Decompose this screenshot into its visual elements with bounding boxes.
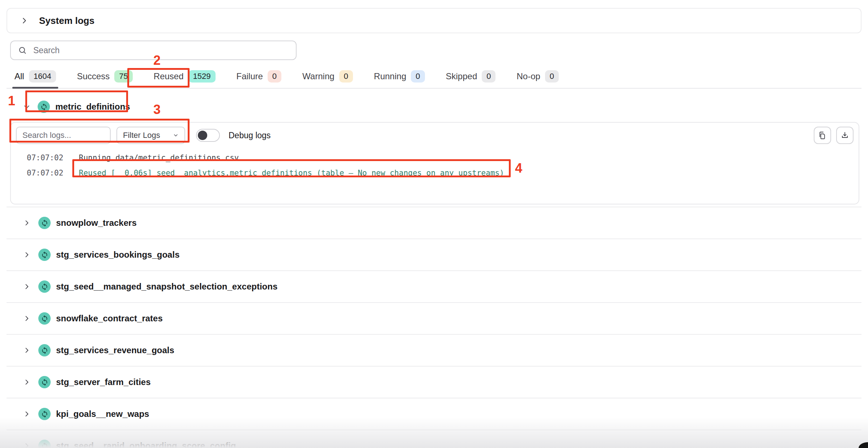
tab-count-badge: 0 — [339, 70, 353, 83]
tab-count-badge: 0 — [268, 70, 281, 83]
status-tabs: All 1604 Success 75 Reused 1529 Failure … — [7, 70, 861, 89]
run-row[interactable]: stg_services_bookings_goals — [7, 238, 861, 270]
debug-logs-toggle[interactable] — [196, 129, 220, 142]
copy-logs-button[interactable] — [814, 127, 831, 144]
runs-list: snowplow_trackers stg_services_bookings_… — [7, 207, 861, 448]
chevron-down-icon[interactable] — [23, 103, 30, 110]
log-timestamp: 07:07:02 — [27, 169, 63, 177]
chevron-right-icon — [23, 283, 30, 290]
chevron-right-icon — [23, 251, 30, 258]
chevron-right-icon — [23, 219, 30, 227]
search-bar[interactable] — [10, 41, 297, 60]
tab-all[interactable]: All 1604 — [14, 70, 56, 88]
reused-status-icon — [38, 408, 51, 420]
run-name: stg_services_revenue_goals — [56, 345, 174, 355]
debug-logs-label: Debug logs — [229, 131, 271, 140]
download-logs-button[interactable] — [836, 127, 854, 144]
run-name: stg_server_farm_cities — [56, 377, 151, 387]
reused-status-icon — [38, 376, 51, 388]
run-name: snowflake_contract_rates — [56, 313, 163, 324]
tab-count-badge: 1529 — [188, 70, 216, 83]
run-row[interactable]: kpi_goals__new_waps — [7, 398, 861, 430]
filter-logs-dropdown[interactable]: Filter Logs — [116, 127, 185, 144]
download-icon — [841, 131, 849, 140]
reused-status-icon — [38, 280, 51, 293]
run-row[interactable]: stg_seed__rapid_onboarding_score_config — [7, 430, 861, 448]
system-logs-header[interactable]: System logs — [7, 8, 861, 33]
run-row[interactable]: snowplow_trackers — [7, 207, 861, 238]
run-name: stg_seed__rapid_onboarding_score_config — [56, 441, 236, 448]
search-input[interactable] — [33, 45, 289, 56]
log-message: Reused [ 0.06s] seed analytics.metric_de… — [79, 169, 504, 177]
copy-icon — [818, 131, 827, 140]
tab-skipped[interactable]: Skipped 0 — [446, 70, 496, 88]
reused-status-icon — [38, 440, 51, 448]
run-row[interactable]: snowflake_contract_rates — [7, 302, 861, 334]
tab-failure[interactable]: Failure 0 — [237, 70, 282, 88]
system-logs-page: System logs All 1604 Success 75 Reused 1… — [0, 0, 868, 448]
log-search-input[interactable] — [16, 127, 111, 144]
run-name: stg_services_bookings_goals — [56, 250, 179, 260]
chevron-right-icon — [20, 17, 28, 25]
run-row[interactable]: stg_services_revenue_goals — [7, 334, 861, 366]
search-icon — [18, 46, 27, 55]
chevron-right-icon — [23, 347, 30, 354]
run-name: metric_definitions — [55, 102, 130, 112]
chevron-right-icon — [23, 410, 30, 418]
run-row-metric-definitions[interactable]: metric_definitions — [7, 92, 861, 122]
tab-count-badge: 0 — [411, 70, 425, 83]
tab-count-badge: 0 — [545, 70, 559, 83]
tab-noop[interactable]: No-op 0 — [516, 70, 559, 88]
chevron-right-icon — [23, 379, 30, 386]
chevron-right-icon — [23, 442, 30, 448]
reused-status-icon — [38, 312, 51, 325]
tab-count-badge: 1604 — [29, 70, 56, 83]
log-line-reused: 07:07:02 Reused [ 0.06s] seed analytics.… — [16, 165, 854, 181]
log-timestamp: 07:07:02 — [27, 153, 63, 162]
chevron-down-icon — [173, 132, 179, 138]
tab-running[interactable]: Running 0 — [374, 70, 425, 88]
tab-count-badge: 75 — [114, 70, 132, 83]
reused-status-icon — [38, 344, 51, 356]
run-name: stg_seed__managed_snapshot_selection_exc… — [56, 282, 277, 292]
log-output: 07:07:02 Running data/metric_definitions… — [16, 150, 854, 181]
log-panel: Filter Logs Debug logs — [10, 122, 859, 204]
reused-status-icon — [38, 217, 51, 229]
log-line: 07:07:02 Running data/metric_definitions… — [16, 150, 854, 165]
tab-warning[interactable]: Warning 0 — [302, 70, 353, 88]
reused-status-icon — [38, 101, 50, 113]
tab-reused[interactable]: Reused 1529 — [154, 70, 216, 88]
tab-success[interactable]: Success 75 — [77, 70, 133, 88]
toggle-knob — [198, 131, 207, 140]
page-title: System logs — [39, 15, 94, 26]
tab-count-badge: 0 — [482, 70, 495, 83]
run-name: kpi_goals__new_waps — [56, 409, 149, 419]
reused-status-icon — [38, 249, 51, 261]
run-row[interactable]: stg_server_farm_cities — [7, 366, 861, 398]
chevron-right-icon — [23, 315, 30, 322]
run-name: snowplow_trackers — [56, 218, 137, 228]
log-message: Running data/metric_definitions.csv — [79, 153, 239, 162]
run-row[interactable]: stg_seed__managed_snapshot_selection_exc… — [7, 270, 861, 302]
